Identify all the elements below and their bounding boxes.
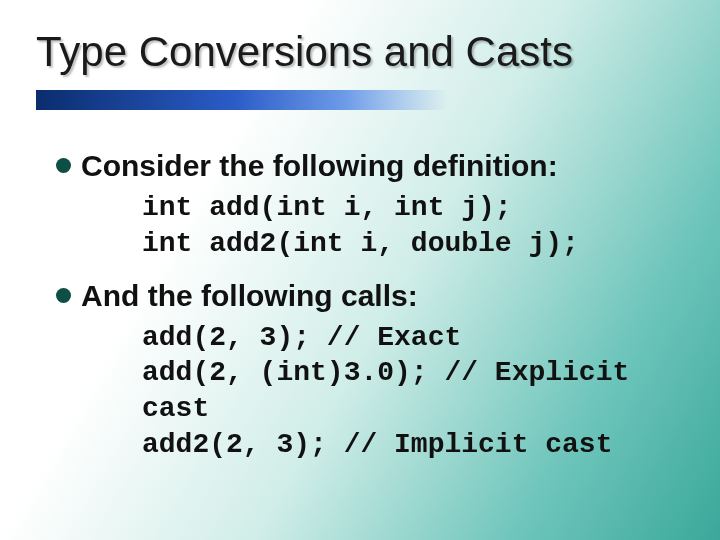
bullet-item-1: Consider the following definition: [56,148,680,184]
code-block-1: int add(int i, int j); int add2(int i, d… [142,190,680,262]
bullet-icon [56,158,71,173]
bullet-1-text: Consider the following definition: [81,148,558,184]
code-block-2: add(2, 3); // Exact add(2, (int)3.0); //… [142,320,680,463]
code-line: add2(2, 3); // Implicit cast [142,429,612,460]
code-line: int add(int i, int j); [142,192,512,223]
code-line: add(2, (int)3.0); // Explicit cast [142,357,646,424]
title-underline [36,90,448,110]
bullet-item-2: And the following calls: [56,278,680,314]
bullet-2-text: And the following calls: [81,278,418,314]
code-line: add(2, 3); // Exact [142,322,461,353]
slide-title: Type Conversions and Casts [36,28,720,76]
content-area: Consider the following definition: int a… [0,120,720,463]
title-area: Type Conversions and Casts [0,0,720,120]
slide: Type Conversions and Casts Consider the … [0,0,720,540]
bullet-icon [56,288,71,303]
code-line: int add2(int i, double j); [142,228,579,259]
